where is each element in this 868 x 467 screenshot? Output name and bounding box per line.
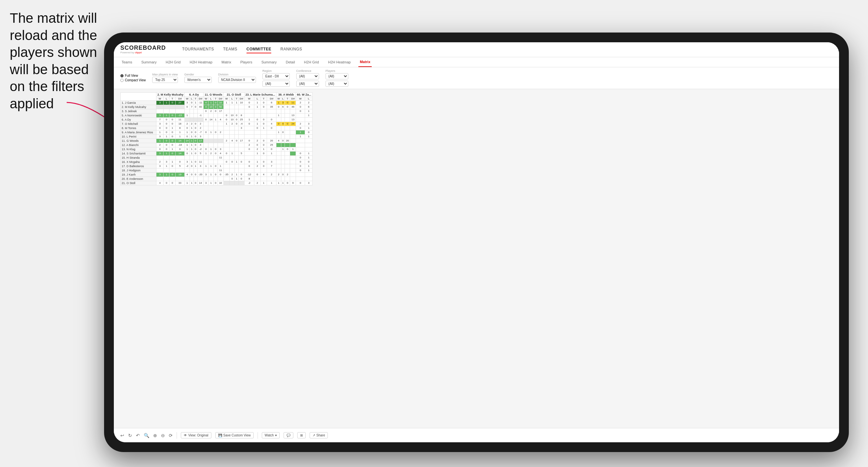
table-row: 19. J Kanh 3 1 0 19 4 0 0 -20 3 1 0 (121, 173, 313, 177)
full-view-radio[interactable] (120, 74, 124, 77)
sh-w7: W (296, 97, 305, 100)
cell: 1 (204, 164, 209, 168)
cell (276, 168, 281, 173)
subnav-h2h-heatmap1[interactable]: H2H Heatmap (188, 58, 214, 67)
sh-l7: L (305, 97, 313, 100)
nav-committee[interactable]: COMMITTEE (247, 45, 272, 53)
subnav-players[interactable]: Players (239, 58, 254, 67)
players-all2-select[interactable]: (All) (326, 81, 348, 87)
cell (290, 134, 296, 138)
cell: 1 (276, 113, 281, 117)
comment-button[interactable]: 💬 (284, 432, 293, 438)
cell: 1 (185, 181, 190, 185)
logo-title: SCOREBOARD (120, 45, 166, 51)
cell (209, 134, 214, 138)
subnav-h2h-heatmap2[interactable]: H2H Heatmap (327, 58, 352, 67)
cell (296, 117, 305, 122)
conference-select[interactable]: (All) (296, 73, 319, 80)
gender-select[interactable]: Women's (184, 77, 212, 83)
nav-rankings[interactable]: RANKINGS (280, 45, 302, 53)
cell (285, 109, 290, 113)
zoom-icon[interactable]: ⊕ (153, 433, 157, 438)
region-select[interactable]: East - DII (262, 73, 290, 80)
redo-icon[interactable]: ↻ (128, 433, 132, 438)
cell (238, 181, 244, 185)
cell: 1 (276, 130, 281, 134)
cell: 1 (209, 100, 214, 105)
cell (235, 155, 239, 160)
expand-button[interactable]: ⊞ (297, 432, 306, 438)
cell: 9 (290, 181, 296, 185)
view-original-button[interactable]: 👁 View: Original (181, 432, 211, 438)
cell (290, 143, 296, 147)
cell (214, 122, 218, 126)
cell (156, 168, 163, 173)
watch-button[interactable]: Watch ▾ (262, 432, 280, 438)
cell (175, 155, 184, 160)
cell: 0 (190, 173, 193, 177)
undo-icon[interactable]: ↩ (120, 433, 124, 438)
subnav-detail[interactable]: Detail (285, 58, 296, 67)
refresh-icon[interactable]: ⟳ (169, 433, 173, 438)
nav-tournaments[interactable]: TOURNAMENTS (182, 45, 214, 53)
minus-icon[interactable]: ⊖ (161, 433, 165, 438)
conference-filter: Conference (All) (All) (296, 69, 319, 87)
subnav-h2h-grid2[interactable]: H2H Grid (303, 58, 320, 67)
conference-all2-select[interactable]: (All) (296, 81, 319, 87)
cell: 25 (238, 117, 244, 122)
cell (276, 155, 281, 160)
cell: 5 (238, 151, 244, 155)
cell: 4 (218, 151, 223, 155)
back-icon[interactable]: ↶ (136, 433, 140, 438)
share-button[interactable]: ↗ Share (310, 432, 328, 438)
cell (218, 113, 223, 117)
subnav-summary1[interactable]: Summary (140, 58, 158, 67)
top-navigation: SCOREBOARD Powered by clippd TOURNAMENTS… (114, 42, 839, 57)
cell (193, 168, 197, 173)
division-filter: Division NCAA Division II (218, 73, 256, 83)
search-icon[interactable]: 🔍 (144, 433, 149, 438)
cell (296, 113, 305, 117)
cell: 0 (296, 160, 305, 164)
matrix-area[interactable]: 2. M Kelly Mulcahy 6. A Dy 11. G Woods 2… (114, 89, 839, 424)
region-all-select[interactable]: (All) (262, 81, 290, 87)
cell (223, 147, 229, 151)
cell (156, 155, 163, 160)
compact-view-option[interactable]: Compact View (120, 79, 146, 82)
subnav-summary2[interactable]: Summary (260, 58, 278, 67)
cell: 0 (238, 177, 244, 181)
cell (209, 177, 214, 181)
subnav-matrix1[interactable]: Matrix (220, 58, 232, 67)
cell: 7 (190, 105, 193, 109)
compact-view-radio[interactable] (120, 79, 124, 82)
cell (235, 105, 239, 109)
max-players-select[interactable]: Top 25 (152, 77, 178, 83)
cell: 3 (156, 173, 163, 177)
compact-view-label: Compact View (125, 79, 146, 82)
cell: 1 (163, 113, 169, 117)
division-select[interactable]: NCAA Division II (218, 77, 256, 83)
save-custom-button[interactable]: 💾 Save Custom View (215, 432, 254, 438)
player-name: 13. N Klug (121, 147, 156, 151)
cell (244, 126, 254, 130)
players-select[interactable]: (All) (326, 73, 348, 80)
cell (193, 109, 197, 113)
cell: 4 (276, 138, 281, 143)
subnav-teams[interactable]: Teams (120, 58, 133, 67)
sh-w6: W (276, 97, 281, 100)
cell (223, 168, 229, 173)
cell: 0 (281, 138, 285, 143)
cell (290, 155, 296, 160)
cell (254, 113, 260, 117)
cell (204, 138, 209, 143)
cell (254, 155, 260, 160)
table-row: 16. X Mcgaha 2 3 1 0 3 1 0 11 (121, 160, 313, 164)
full-view-option[interactable]: Full View (120, 74, 146, 77)
cell: 0 (254, 143, 260, 147)
cell (285, 134, 290, 138)
subnav-h2h-grid1[interactable]: H2H Grid (164, 58, 182, 67)
cell (156, 109, 163, 113)
subnav-matrix2[interactable]: Matrix (359, 57, 371, 67)
nav-teams[interactable]: TEAMS (223, 45, 238, 53)
cell: 0 (244, 147, 254, 151)
